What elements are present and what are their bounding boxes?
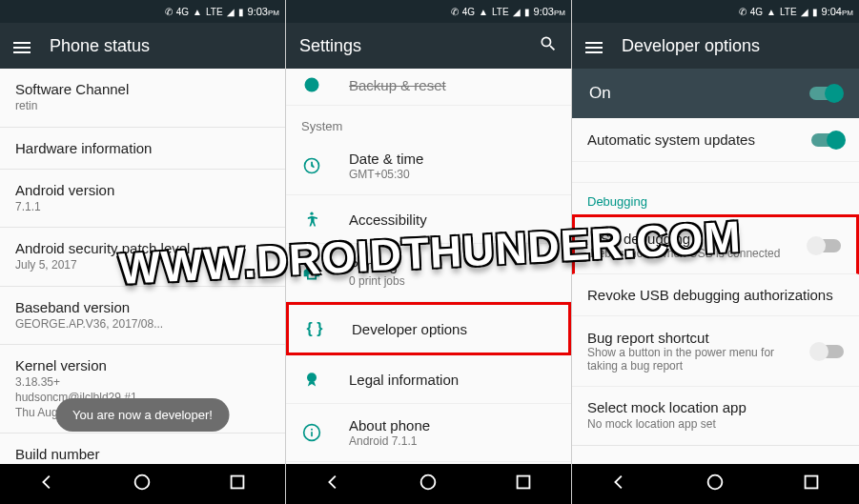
menu-icon[interactable] bbox=[585, 39, 603, 52]
back-button[interactable] bbox=[609, 472, 630, 496]
net-4g: 4G bbox=[462, 7, 475, 17]
screen-settings: ✆ 4G ▲ LTE ◢ ▮ 9:03PM Settings Backup & … bbox=[286, 0, 572, 504]
row-auto-updates[interactable]: Automatic system updates bbox=[572, 118, 859, 162]
row-backup-reset[interactable]: Backup & reset bbox=[286, 69, 571, 106]
svg-rect-12 bbox=[805, 476, 817, 489]
row-build-number[interactable]: Build numberNMA26.42-82 bbox=[0, 433, 285, 464]
section-system: System bbox=[286, 106, 571, 137]
signal-icon: ◢ bbox=[801, 7, 808, 17]
svg-point-11 bbox=[708, 475, 723, 490]
row-android-version[interactable]: Android version7.1.1 bbox=[0, 170, 285, 229]
row-about-phone[interactable]: About phoneAndroid 7.1.1 bbox=[286, 404, 571, 462]
svg-rect-10 bbox=[518, 476, 530, 489]
net-4g: 4G bbox=[176, 7, 189, 17]
net-4g: 4G bbox=[750, 7, 763, 17]
status-bar: ✆ 4G ▲ LTE ◢ ▮ 9:04PM bbox=[572, 0, 859, 23]
content-list[interactable]: Automatic system updates ... Debugging U… bbox=[572, 118, 859, 464]
row-hidden[interactable]: ... bbox=[572, 162, 859, 183]
info-icon bbox=[301, 422, 322, 443]
recents-button[interactable] bbox=[513, 472, 534, 496]
developer-toast: You are now a developer! bbox=[55, 398, 230, 432]
svg-rect-1 bbox=[232, 476, 244, 489]
master-toggle-bar: On bbox=[572, 69, 859, 118]
bug-report-toggle[interactable] bbox=[811, 345, 844, 358]
svg-point-0 bbox=[135, 475, 150, 490]
master-toggle[interactable] bbox=[809, 87, 842, 100]
app-bar: Phone status bbox=[0, 23, 285, 69]
row-printing[interactable]: Printing0 print jobs bbox=[286, 244, 571, 302]
row-baseband[interactable]: Baseband versionGEORGE.AP.V36, 2017/08..… bbox=[0, 287, 285, 346]
row-usb-debugging[interactable]: USB debuggingDebug mode when USB is conn… bbox=[572, 214, 859, 274]
auto-updates-toggle[interactable] bbox=[811, 133, 844, 147]
recents-button[interactable] bbox=[801, 472, 822, 496]
page-title: Settings bbox=[299, 36, 520, 56]
page-title: Developer options bbox=[622, 36, 846, 56]
hd-call-icon: ✆ bbox=[451, 7, 459, 17]
clock: 9:03PM bbox=[534, 6, 565, 17]
page-title: Phone status bbox=[50, 36, 272, 56]
svg-point-9 bbox=[421, 475, 436, 490]
recents-button[interactable] bbox=[227, 472, 248, 496]
content-list[interactable]: Backup & reset System Date & timeGMT+05:… bbox=[286, 69, 571, 464]
nav-bar bbox=[572, 464, 859, 504]
section-debugging: Debugging bbox=[572, 183, 859, 214]
nav-bar bbox=[0, 464, 285, 504]
row-accessibility[interactable]: Accessibility bbox=[286, 195, 571, 244]
row-security-patch[interactable]: Android security patch levelJuly 5, 2017 bbox=[0, 228, 285, 287]
row-software-channel[interactable]: Software Channelretin bbox=[0, 69, 285, 128]
usb-debugging-toggle[interactable] bbox=[808, 239, 841, 252]
lte-label: LTE bbox=[492, 7, 509, 17]
app-bar: Developer options bbox=[572, 23, 859, 69]
home-button[interactable] bbox=[705, 472, 726, 496]
screen-phone-status: ✆ 4G ▲ LTE ◢ ▮ 9:03PM Phone status Softw… bbox=[0, 0, 286, 504]
svg-point-4 bbox=[310, 212, 313, 215]
braces-icon: { } bbox=[304, 318, 325, 339]
search-icon[interactable] bbox=[539, 34, 558, 57]
status-bar: ✆ 4G ▲ LTE ◢ ▮ 9:03PM bbox=[286, 0, 571, 23]
backup-icon bbox=[301, 74, 322, 95]
nav-bar bbox=[286, 464, 571, 504]
back-button[interactable] bbox=[37, 472, 58, 496]
clock: 9:04PM bbox=[822, 6, 853, 17]
battery-icon: ▮ bbox=[524, 7, 530, 17]
lte-label: LTE bbox=[206, 7, 223, 17]
print-icon bbox=[301, 262, 322, 283]
row-legal-info[interactable]: Legal information bbox=[286, 355, 571, 404]
on-label: On bbox=[589, 84, 611, 103]
svg-point-2 bbox=[305, 78, 319, 92]
svg-point-7 bbox=[311, 429, 313, 431]
wifi-icon: ▲ bbox=[767, 7, 776, 17]
lte-label: LTE bbox=[780, 7, 797, 17]
row-mock-location[interactable]: Select mock location appNo mock location… bbox=[572, 387, 859, 446]
row-developer-options[interactable]: { } Developer options bbox=[286, 302, 571, 355]
wifi-icon: ▲ bbox=[479, 7, 488, 17]
battery-icon: ▮ bbox=[812, 7, 818, 17]
person-icon bbox=[301, 209, 322, 230]
svg-rect-8 bbox=[311, 432, 313, 436]
row-revoke-usb[interactable]: Revoke USB debugging authorizations bbox=[572, 274, 859, 316]
signal-icon: ◢ bbox=[513, 7, 521, 17]
clock-icon bbox=[301, 155, 322, 176]
clock: 9:03PM bbox=[248, 6, 279, 17]
menu-icon[interactable] bbox=[13, 39, 31, 52]
home-button[interactable] bbox=[418, 472, 439, 496]
battery-icon: ▮ bbox=[238, 7, 244, 17]
app-bar: Settings bbox=[286, 23, 571, 69]
signal-icon: ◢ bbox=[227, 7, 235, 17]
hd-call-icon: ✆ bbox=[739, 7, 747, 17]
home-button[interactable] bbox=[132, 472, 153, 496]
hd-call-icon: ✆ bbox=[165, 7, 173, 17]
wifi-icon: ▲ bbox=[193, 7, 202, 17]
row-date-time[interactable]: Date & timeGMT+05:30 bbox=[286, 137, 571, 195]
svg-point-5 bbox=[307, 373, 317, 382]
row-hardware-info[interactable]: Hardware information bbox=[0, 128, 285, 170]
screen-developer-options: ✆ 4G ▲ LTE ◢ ▮ 9:04PM Developer options … bbox=[572, 0, 859, 504]
status-bar: ✆ 4G ▲ LTE ◢ ▮ 9:03PM bbox=[0, 0, 285, 23]
seal-icon bbox=[301, 369, 322, 390]
row-bug-report[interactable]: Bug report shortcutShow a button in the … bbox=[572, 316, 859, 387]
back-button[interactable] bbox=[323, 472, 344, 496]
